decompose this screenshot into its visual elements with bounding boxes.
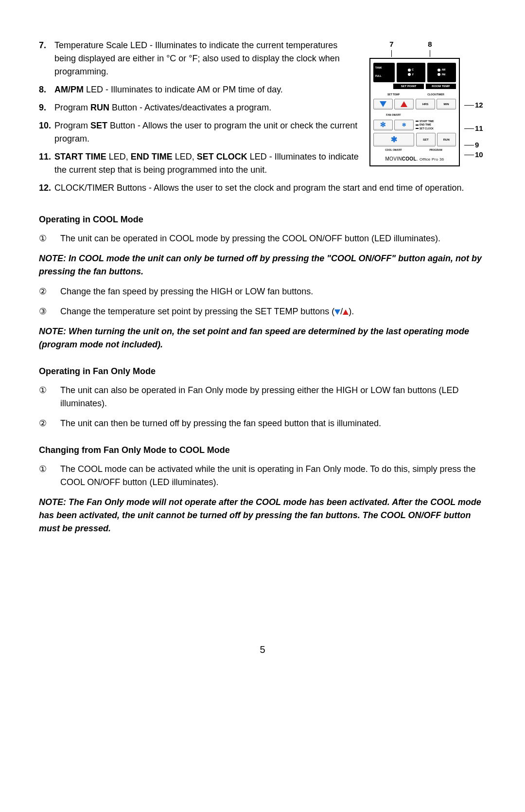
- list-item: 11.START TIME LED, END TIME LED, SET CLO…: [54, 150, 486, 177]
- list-item: 12.CLOCK/TIMER Buttons - Allows the user…: [54, 181, 486, 195]
- list-item: 10.Program SET Button - Allows the user …: [54, 119, 486, 145]
- list-item: 9.Program RUN Button - Activates/deactiv…: [54, 101, 486, 114]
- list-item: 7.Temperature Scale LED - Illuminates to…: [54, 39, 486, 78]
- note: NOTE: When turning the unit on, the set …: [39, 325, 486, 351]
- list-item: ①The unit can also be operated in Fan On…: [60, 384, 486, 410]
- list-item: ②Change the fan speed by pressing the HI…: [60, 285, 486, 298]
- steps-fan: ①The unit can also be operated in Fan On…: [39, 384, 486, 430]
- steps-cool: ①The unit can be operated in COOL mode b…: [39, 232, 486, 245]
- list-item: ③Change the temperature set point by pre…: [60, 305, 486, 318]
- list-item: 8.AM/PM LED - Illuminates to indicate AM…: [54, 83, 486, 96]
- steps-change: ①The COOL mode can be activated while th…: [39, 463, 486, 489]
- content-wrap: 7 8 TANK FULL CF AMPM: [39, 39, 486, 199]
- triangle-up-icon: [343, 309, 349, 315]
- section-heading: Operating in Fan Only Mode: [39, 365, 486, 378]
- note: NOTE: The Fan Only mode will not operate…: [39, 496, 486, 535]
- page-number: 5: [39, 642, 486, 657]
- note: NOTE: In COOL mode the unit can only be …: [39, 252, 486, 278]
- list-item: ①The unit can be operated in COOL mode b…: [60, 232, 486, 245]
- list-item: ②The unit can then be turned off by pres…: [60, 417, 486, 430]
- section-heading: Changing from Fan Only Mode to COOL Mode: [39, 444, 486, 457]
- triangle-down-icon: [334, 309, 340, 315]
- list-item: ①The COOL mode can be activated while th…: [60, 463, 486, 489]
- steps-cool-cont: ②Change the fan speed by pressing the HI…: [39, 285, 486, 318]
- section-heading: Operating in COOL Mode: [39, 213, 486, 226]
